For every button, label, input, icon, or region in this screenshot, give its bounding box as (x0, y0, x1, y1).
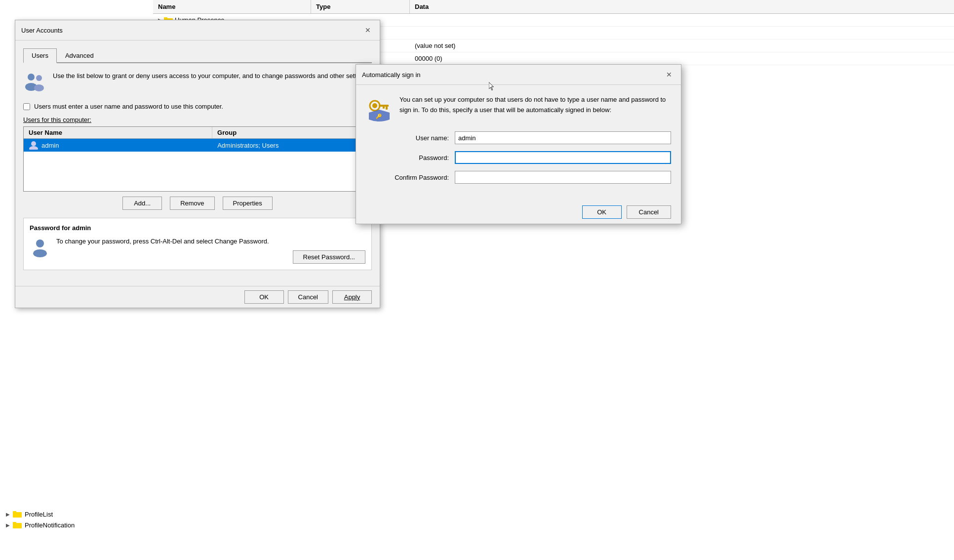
user-accounts-content: Users Advanced Use the list below to gra… (15, 40, 380, 286)
svg-point-12 (31, 141, 36, 146)
password-text: To change your password, press Ctrl-Alt-… (56, 237, 365, 246)
svg-point-10 (36, 75, 42, 81)
password-icon (30, 237, 50, 257)
user-name-cell: admin (24, 139, 212, 152)
reset-password-button[interactable]: Reset Password... (293, 250, 366, 264)
checkbox-row: Users must enter a user name and passwor… (23, 103, 372, 110)
auto-signin-description: You can set up your computer so that use… (399, 95, 671, 116)
user-accounts-dialog: User Accounts ✕ Users Advanced (15, 20, 380, 308)
password-section: Password for admin To change your passwo… (23, 218, 372, 270)
tree-item-profilenotification[interactable]: ▶ ProfileNotification (0, 520, 153, 530)
registry-key-data (410, 27, 607, 39)
tree-item-label: ProfileNotification (25, 521, 75, 529)
confirm-password-input[interactable] (455, 171, 671, 184)
folder-icon (13, 510, 23, 518)
remove-button[interactable]: Remove (170, 197, 214, 210)
auto-signin-close-button[interactable]: ✕ (663, 69, 675, 80)
info-text: Use the list below to grant or deny user… (53, 71, 370, 81)
registry-zero-value: 00000 (0) (410, 52, 607, 65)
auto-signin-cancel-button[interactable]: Cancel (627, 205, 671, 219)
svg-rect-20 (383, 107, 385, 109)
svg-point-14 (36, 240, 44, 247)
users-col-username-header: User Name (24, 127, 212, 138)
tab-bar: Users Advanced (23, 48, 372, 63)
tree-item-label: ProfileList (25, 511, 53, 518)
registry-table-header: Name Type Data (153, 0, 954, 14)
user-accounts-footer: OK Cancel Apply (15, 286, 380, 308)
auto-signin-titlebar: Automatically sign in ✕ (356, 65, 681, 85)
svg-point-17 (372, 103, 377, 108)
expand-arrow-icon: ▶ (4, 521, 12, 529)
auto-signin-title: Automatically sign in (362, 71, 421, 79)
users-table-row[interactable]: admin Administrators; Users (24, 139, 371, 152)
svg-rect-19 (386, 107, 388, 110)
users-icon (23, 71, 47, 95)
auto-signin-info: 🔑 You can set up your computer so that u… (366, 95, 671, 121)
column-type-header: Type (311, 0, 410, 13)
password-section-content: To change your password, press Ctrl-Alt-… (30, 237, 365, 264)
confirm-password-row: Confirm Password: (366, 171, 671, 184)
password-label: Password: (366, 154, 455, 161)
tree-item-profilelist[interactable]: ▶ ProfileList (0, 509, 153, 520)
svg-point-13 (29, 146, 38, 150)
users-table-header: User Name Group (24, 127, 371, 139)
auto-signin-dialog: Automatically sign in ✕ 🔑 You can s (356, 64, 681, 224)
svg-text:🔑: 🔑 (376, 113, 382, 120)
svg-rect-18 (379, 105, 389, 107)
users-for-computer-label: Users for this computer: (23, 116, 372, 123)
password-input[interactable] (455, 151, 671, 164)
svg-rect-1 (164, 17, 167, 19)
svg-rect-7 (13, 522, 16, 524)
svg-point-11 (34, 84, 44, 91)
confirm-password-label: Confirm Password: (366, 174, 455, 181)
expand-arrow-icon: ▶ (4, 510, 12, 518)
password-row: Password: (366, 151, 671, 164)
auto-signin-footer: OK Cancel (356, 200, 681, 224)
users-must-enter-checkbox[interactable] (23, 103, 30, 110)
tab-users[interactable]: Users (23, 48, 57, 63)
cancel-button[interactable]: Cancel (288, 290, 328, 304)
properties-button[interactable]: Properties (223, 197, 273, 210)
users-action-buttons: Add... Remove Properties (23, 197, 372, 210)
close-button[interactable]: ✕ (362, 24, 374, 36)
svg-point-15 (33, 249, 47, 257)
reset-password-btn-wrapper: Reset Password... (56, 250, 365, 264)
user-accounts-titlebar: User Accounts ✕ (15, 20, 380, 40)
folder-icon (13, 521, 23, 529)
auto-signin-ok-button[interactable]: OK (582, 205, 622, 219)
empty-table-rows (24, 152, 371, 191)
checkbox-label: Users must enter a user name and passwor… (34, 103, 223, 110)
registry-key-data: (value not set) (410, 40, 607, 52)
svg-point-8 (28, 74, 35, 80)
column-data-header: Data (410, 0, 607, 13)
key-lock-icon: 🔑 (366, 95, 393, 121)
users-table: User Name Group admin Administrators; Us… (23, 126, 372, 192)
user-avatar-icon (29, 141, 39, 150)
ok-button[interactable]: OK (244, 290, 284, 304)
info-section: Use the list below to grant or deny user… (23, 71, 372, 95)
apply-button[interactable]: Apply (332, 290, 372, 304)
password-section-title: Password for admin (30, 224, 365, 232)
username-row: User name: (366, 131, 671, 144)
user-group-cell: Administrators; Users (212, 140, 371, 151)
svg-rect-5 (13, 511, 16, 513)
username-input[interactable] (455, 131, 671, 144)
user-accounts-title: User Accounts (21, 27, 63, 34)
registry-key-data (410, 14, 607, 26)
add-button[interactable]: Add... (122, 197, 162, 210)
auto-signin-content: 🔑 You can set up your computer so that u… (356, 85, 681, 200)
column-name-header: Name (153, 0, 311, 13)
tab-advanced[interactable]: Advanced (57, 48, 102, 63)
users-col-group-header: Group (212, 127, 371, 138)
username-label: User name: (366, 134, 455, 142)
